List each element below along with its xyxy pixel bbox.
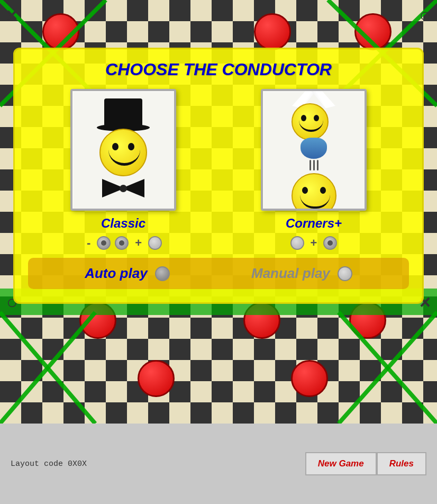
smile-icon	[300, 195, 330, 209]
panel-title: CHOOSE THE CONDUCTOR	[28, 60, 409, 79]
game-area: × ○ ○ × CHOOSE THE CONDUCTOR	[0, 0, 437, 424]
eye-left-icon	[302, 187, 308, 194]
corners-radio-1[interactable]	[290, 236, 304, 250]
corner-marker-tl: ×	[6, 4, 17, 26]
classic-face	[99, 129, 147, 176]
layout-code-label: Layout code 0X0X	[11, 460, 295, 469]
auto-play-label: Auto play	[85, 265, 147, 282]
corners-label: Corners+	[286, 216, 342, 231]
rules-button[interactable]: Rules	[377, 452, 426, 475]
corner-marker-tr: ○	[419, 4, 431, 26]
corners-radio-2[interactable]	[323, 236, 337, 250]
bee-legs-icon	[309, 160, 318, 170]
classic-label: Classic	[101, 216, 145, 231]
red-circle-decor	[79, 302, 116, 339]
red-circle-decor	[243, 302, 280, 339]
classic-radio-3[interactable]	[148, 236, 162, 250]
bee-body-icon	[301, 138, 327, 159]
classic-smiley	[99, 102, 147, 197]
red-circle-decor	[138, 360, 175, 397]
new-game-button[interactable]: New Game	[305, 452, 377, 475]
classic-character-card[interactable]: Classic - +	[70, 89, 176, 250]
corners-character-card[interactable]: Corners+ +	[261, 89, 367, 250]
classic-controls: - +	[85, 236, 162, 250]
auto-play-option[interactable]: Auto play	[85, 265, 169, 282]
manual-play-radio[interactable]	[338, 266, 352, 281]
corners-plus-button[interactable]: +	[308, 236, 320, 250]
bottom-buttons-group: New Game Rules	[305, 452, 426, 475]
eye-right-icon	[128, 143, 134, 150]
corners-face-top	[292, 103, 329, 140]
corners-controls: +	[290, 236, 338, 250]
red-circle-decor	[42, 13, 79, 50]
classic-radio-1[interactable]	[97, 236, 111, 250]
red-circle-decor	[254, 13, 291, 50]
conductor-panel: CHOOSE THE CONDUCTOR	[13, 48, 424, 304]
red-circle-decor	[349, 302, 386, 339]
classic-plus-button[interactable]: +	[133, 236, 144, 250]
corners-smiley	[292, 89, 336, 211]
corners-character-frame	[261, 89, 367, 211]
eye-left-icon	[112, 143, 119, 150]
play-mode-row: Auto play Manual play	[28, 258, 409, 289]
eye-right-icon	[320, 187, 326, 194]
bottom-bar: Layout code 0X0X New Game Rules	[0, 424, 437, 504]
classic-minus-button[interactable]: -	[85, 236, 93, 250]
classic-radio-2[interactable]	[115, 236, 129, 250]
smile-icon	[299, 120, 323, 132]
character-selection-row: Classic - +	[28, 89, 409, 250]
classic-character-frame	[70, 89, 176, 211]
red-circle-decor	[291, 360, 328, 397]
manual-play-label: Manual play	[251, 265, 330, 282]
red-circle-decor	[354, 13, 392, 50]
manual-play-option[interactable]: Manual play	[251, 265, 352, 282]
top-hat-icon	[102, 102, 144, 131]
bow-tie-icon	[102, 179, 144, 197]
auto-play-radio[interactable]	[155, 266, 170, 281]
corners-face-bottom	[292, 173, 336, 211]
smile-icon	[108, 150, 140, 166]
